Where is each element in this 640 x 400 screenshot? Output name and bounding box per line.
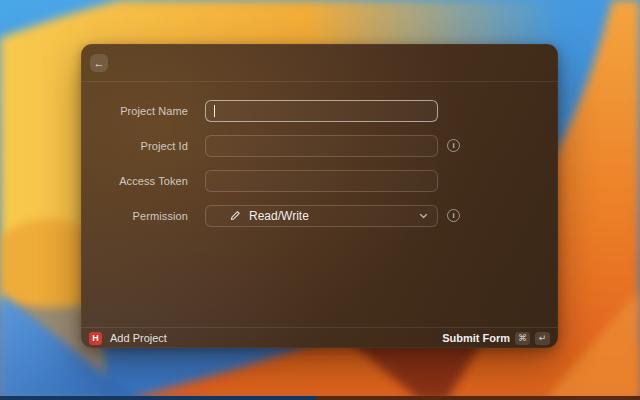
project-name-input[interactable] — [205, 100, 438, 122]
permission-value: Read/Write — [249, 209, 309, 223]
form-row-project-name: Project Name — [81, 93, 558, 128]
window-footer: H Add Project Submit Form ⌘ ↵ — [81, 327, 558, 348]
back-button[interactable]: ← — [90, 54, 108, 72]
chevron-down-icon — [419, 212, 428, 220]
return-key-icon: ↵ — [535, 332, 550, 345]
project-id-input[interactable] — [205, 135, 438, 157]
permission-label: Permission — [81, 210, 188, 222]
submit-form-button[interactable]: Submit Form — [442, 332, 510, 344]
permission-dropdown[interactable]: Read/Write — [205, 205, 438, 227]
access-token-label: Access Token — [81, 175, 188, 187]
form-row-permission: Permission Read/Write i — [81, 198, 558, 233]
form-row-project-id: Project Id i — [81, 128, 558, 163]
add-project-form: Project Name Project Id i Access Token — [81, 82, 558, 233]
info-icon[interactable]: i — [447, 209, 460, 222]
command-key-icon: ⌘ — [515, 332, 530, 345]
info-icon[interactable]: i — [447, 139, 460, 152]
honeybadger-logo: H — [89, 332, 102, 345]
project-name-label: Project Name — [81, 105, 188, 117]
window-header: ← — [81, 44, 558, 82]
access-token-input[interactable] — [205, 170, 438, 192]
project-id-label: Project Id — [81, 140, 188, 152]
app-window: ← Project Name Project Id i Access Token — [81, 44, 558, 348]
command-title: Add Project — [110, 332, 167, 344]
back-arrow-icon: ← — [94, 57, 105, 69]
form-row-access-token: Access Token — [81, 163, 558, 198]
pencil-icon — [230, 210, 241, 221]
text-caret — [214, 105, 215, 117]
